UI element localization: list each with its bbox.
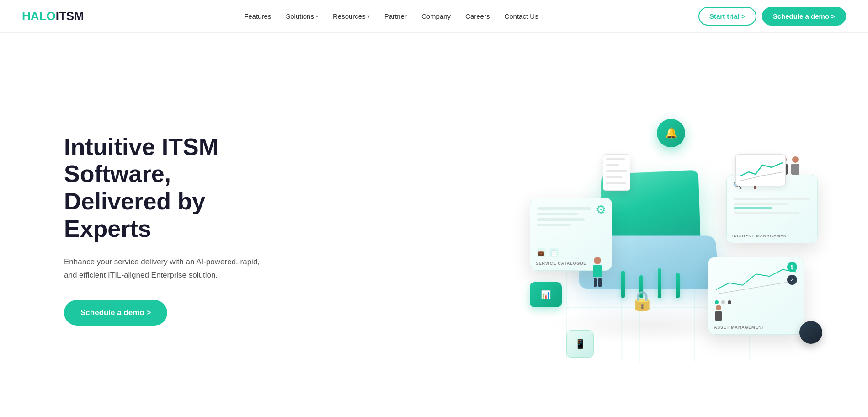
legend-dot-1 bbox=[715, 300, 719, 304]
logo-itsm: ITSM bbox=[56, 9, 84, 23]
card-line bbox=[537, 213, 578, 215]
incident-management-label: INCIDENT MANAGEMENT bbox=[732, 234, 790, 238]
nav-resources[interactable]: Resources ▾ bbox=[333, 12, 370, 20]
hero-section: Intuitive ITSM Software, Delivered by Ex… bbox=[0, 33, 868, 417]
doc-line bbox=[606, 182, 626, 184]
person-body bbox=[593, 265, 602, 277]
incident-line bbox=[734, 203, 788, 205]
person-head bbox=[716, 305, 721, 310]
card-line bbox=[537, 218, 585, 221]
floating-document bbox=[603, 154, 630, 191]
incident-line bbox=[734, 198, 810, 200]
nav-company[interactable]: Company bbox=[421, 12, 451, 20]
nav-solutions[interactable]: Solutions ▾ bbox=[286, 12, 318, 20]
small-device-tile: 📱 bbox=[566, 330, 594, 358]
nav-partner[interactable]: Partner bbox=[384, 12, 407, 20]
start-trial-button[interactable]: Start trial > bbox=[698, 7, 756, 26]
doc-line bbox=[606, 158, 625, 160]
person-body bbox=[791, 164, 799, 175]
teal-tile-left: 📊 bbox=[530, 282, 562, 307]
asset-chart-area bbox=[715, 263, 797, 304]
chart-board bbox=[735, 154, 786, 186]
service-catalogue-label: SERVICE CATALOGUE bbox=[536, 261, 586, 266]
card-icon-2: 📄 bbox=[549, 248, 559, 257]
check-badge: ✓ bbox=[787, 275, 797, 285]
chevron-down-icon: ▾ bbox=[367, 14, 370, 19]
card-line bbox=[537, 224, 571, 226]
schedule-demo-hero-button[interactable]: Schedule a demo > bbox=[64, 300, 167, 326]
doc-line bbox=[606, 164, 619, 166]
notification-icon: 🔔 bbox=[665, 127, 677, 139]
doc-line bbox=[606, 170, 627, 172]
nav-contact[interactable]: Contact Us bbox=[504, 12, 538, 20]
chevron-down-icon: ▾ bbox=[316, 14, 318, 19]
card-icons-row: 💼 📄 bbox=[537, 248, 559, 257]
schedule-demo-nav-button[interactable]: Schedule a demo > bbox=[762, 7, 846, 26]
incident-line bbox=[734, 212, 799, 214]
logo[interactable]: HALO ITSM bbox=[22, 9, 84, 23]
person-head bbox=[594, 257, 601, 264]
nav-links: Features Solutions ▾ Resources ▾ Partner… bbox=[244, 12, 538, 20]
person-body bbox=[715, 311, 722, 321]
asset-management-card: $ ✓ ASSET MANAGEMENT bbox=[708, 257, 804, 335]
dollar-badge: $ bbox=[787, 262, 797, 272]
hero-subtitle: Enhance your service delivery with an AI… bbox=[64, 256, 265, 282]
legend-dot-2 bbox=[721, 300, 725, 304]
hero-title: Intuitive ITSM Software, Delivered by Ex… bbox=[64, 134, 265, 243]
nav-ctas: Start trial > Schedule a demo > bbox=[698, 7, 846, 26]
sitting-person bbox=[715, 305, 722, 321]
main-nav: HALO ITSM Features Solutions ▾ Resources… bbox=[0, 0, 868, 33]
card-lines bbox=[537, 207, 605, 229]
connector-pole-4 bbox=[676, 273, 680, 298]
person-legs bbox=[593, 278, 602, 287]
person-head bbox=[792, 156, 799, 163]
nav-features[interactable]: Features bbox=[244, 12, 271, 20]
person-presenting-2 bbox=[791, 156, 799, 175]
doc-line bbox=[606, 176, 622, 178]
mini-chart-container bbox=[740, 158, 782, 182]
incident-line-accent bbox=[734, 207, 772, 209]
legend-dot-3 bbox=[728, 300, 731, 304]
connector-pole-3 bbox=[658, 268, 661, 298]
logo-halo: HALO bbox=[22, 9, 56, 23]
hero-illustration: 🔔 ⚙ 💼 📄 SERVICE CATALOGUE bbox=[493, 70, 841, 390]
line-chart-svg bbox=[740, 158, 783, 183]
nav-careers[interactable]: Careers bbox=[465, 12, 490, 20]
card-icon-1: 💼 bbox=[537, 248, 546, 257]
asset-chart-svg bbox=[715, 263, 797, 299]
card-line bbox=[537, 207, 591, 210]
person-leg-left bbox=[594, 278, 597, 287]
hero-text: Intuitive ITSM Software, Delivered by Ex… bbox=[64, 134, 265, 326]
chart-legend bbox=[715, 300, 797, 304]
incident-content bbox=[734, 198, 810, 216]
notification-circle: 🔔 bbox=[657, 119, 685, 147]
person-leg-right bbox=[598, 278, 602, 287]
person-figure-1 bbox=[593, 257, 602, 287]
asset-management-label: ASSET MANAGEMENT bbox=[714, 325, 765, 330]
connector-pole-1 bbox=[621, 271, 625, 298]
lock-decoration: 🔒 bbox=[630, 289, 654, 312]
dark-circle-decoration bbox=[799, 321, 822, 344]
